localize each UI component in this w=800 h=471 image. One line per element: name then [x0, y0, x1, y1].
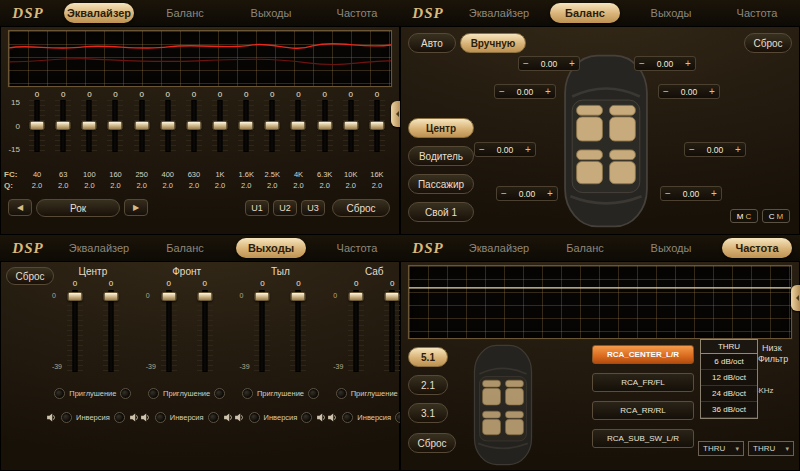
- thru-select-left[interactable]: THRU ▾: [698, 441, 744, 456]
- tab-outputs[interactable]: Выходы: [636, 238, 706, 258]
- slope-selected[interactable]: THRU: [700, 339, 758, 354]
- output-slider-handle[interactable]: [349, 292, 364, 301]
- band-slider[interactable]: [290, 100, 306, 152]
- band-slider-handle[interactable]: [56, 121, 71, 130]
- output-slider-right[interactable]: [197, 290, 213, 372]
- band-slider-handle[interactable]: [239, 121, 254, 130]
- plus-button[interactable]: +: [541, 85, 555, 98]
- band-slider[interactable]: [29, 100, 45, 152]
- band-slider[interactable]: [107, 100, 123, 152]
- plus-button[interactable]: +: [565, 57, 579, 70]
- minus-button[interactable]: −: [475, 143, 489, 156]
- invert-toggle-left[interactable]: [61, 412, 72, 423]
- mute-toggle-left[interactable]: [242, 388, 253, 399]
- mc-toggle[interactable]: M C: [730, 209, 758, 223]
- band-slider-handle[interactable]: [30, 121, 45, 130]
- manual-button[interactable]: Вручную: [460, 33, 526, 53]
- output-slider-handle[interactable]: [255, 292, 270, 301]
- slope-option[interactable]: 12 dB/oct: [701, 370, 757, 386]
- freq-reset-button[interactable]: Сброс: [408, 433, 456, 453]
- minus-button[interactable]: −: [495, 85, 509, 98]
- invert-toggle-right[interactable]: [301, 412, 312, 423]
- mute-toggle-left[interactable]: [148, 388, 159, 399]
- output-slider-right[interactable]: [290, 290, 306, 372]
- mute-toggle-left[interactable]: [336, 388, 347, 399]
- band-slider[interactable]: [238, 100, 254, 152]
- output-slider-left[interactable]: [348, 290, 364, 372]
- band-slider-handle[interactable]: [160, 121, 175, 130]
- tab-frequency[interactable]: Частота: [722, 3, 792, 23]
- tab-outputs[interactable]: Выходы: [236, 3, 306, 23]
- preset-display[interactable]: Рок: [36, 199, 120, 217]
- rca-rear-button[interactable]: RCA_RR/RL: [592, 401, 694, 420]
- auto-button[interactable]: Авто: [408, 33, 456, 53]
- band-slider-handle[interactable]: [186, 121, 201, 130]
- output-slider-handle[interactable]: [291, 292, 306, 301]
- rca-center-button[interactable]: RCA_CENTER_L/R: [592, 345, 694, 364]
- drawer-handle-icon[interactable]: [391, 101, 400, 127]
- tab-outputs[interactable]: Выходы: [236, 238, 306, 258]
- minus-button[interactable]: −: [659, 85, 673, 98]
- mode-2-1-button[interactable]: 2.1: [408, 375, 448, 395]
- plus-button[interactable]: +: [543, 187, 557, 200]
- output-slider-handle[interactable]: [67, 292, 82, 301]
- preset-next-button[interactable]: ▶: [124, 199, 148, 216]
- invert-toggle-right[interactable]: [208, 412, 219, 423]
- band-slider[interactable]: [160, 100, 176, 152]
- band-slider[interactable]: [343, 100, 359, 152]
- band-slider-handle[interactable]: [82, 121, 97, 130]
- output-slider-handle[interactable]: [161, 292, 176, 301]
- minus-button[interactable]: −: [661, 187, 675, 200]
- tab-equalizer[interactable]: Эквалайзер: [64, 238, 134, 258]
- band-slider-handle[interactable]: [213, 121, 228, 130]
- memory-u3-button[interactable]: U3: [301, 200, 325, 216]
- plus-button[interactable]: +: [681, 57, 695, 70]
- band-slider[interactable]: [317, 100, 333, 152]
- band-slider-handle[interactable]: [317, 121, 332, 130]
- outputs-reset-button[interactable]: Сброс: [6, 267, 54, 285]
- memory-u1-button[interactable]: U1: [245, 200, 269, 216]
- cm-toggle[interactable]: C M: [762, 209, 790, 223]
- mode-3-1-button[interactable]: 3.1: [408, 403, 448, 423]
- tab-equalizer[interactable]: Эквалайзер: [464, 3, 534, 23]
- band-slider-handle[interactable]: [108, 121, 123, 130]
- band-slider-handle[interactable]: [343, 121, 358, 130]
- zone-passenger-button[interactable]: Пассажир: [408, 174, 474, 194]
- tab-equalizer[interactable]: Эквалайзер: [464, 238, 534, 258]
- band-slider[interactable]: [264, 100, 280, 152]
- tab-frequency[interactable]: Частота: [322, 238, 392, 258]
- band-slider-handle[interactable]: [369, 121, 384, 130]
- band-slider[interactable]: [186, 100, 202, 152]
- tab-frequency[interactable]: Частота: [722, 238, 792, 258]
- zone-custom-button[interactable]: Свой 1: [408, 202, 474, 222]
- invert-toggle-left[interactable]: [342, 412, 353, 423]
- band-slider[interactable]: [369, 100, 385, 152]
- slope-option[interactable]: 36 dB/oct: [701, 402, 757, 418]
- output-slider-handle[interactable]: [197, 292, 212, 301]
- drawer-handle-icon[interactable]: [791, 285, 800, 311]
- minus-button[interactable]: −: [685, 143, 699, 156]
- band-slider-handle[interactable]: [134, 121, 149, 130]
- band-slider[interactable]: [134, 100, 150, 152]
- memory-u2-button[interactable]: U2: [273, 200, 297, 216]
- mode-5-1-button[interactable]: 5.1: [408, 347, 448, 367]
- balance-reset-button[interactable]: Сброс: [744, 33, 792, 53]
- mute-toggle-left[interactable]: [54, 388, 65, 399]
- minus-button[interactable]: −: [635, 57, 649, 70]
- output-slider-handle[interactable]: [385, 292, 400, 301]
- output-slider-right[interactable]: [103, 290, 119, 372]
- plus-button[interactable]: +: [521, 143, 535, 156]
- mute-toggle-right[interactable]: [214, 388, 225, 399]
- preset-prev-button[interactable]: ◀: [8, 199, 32, 216]
- tab-balance[interactable]: Баланс: [550, 238, 620, 258]
- zone-center-button[interactable]: Центр: [408, 118, 474, 138]
- plus-button[interactable]: +: [731, 143, 745, 156]
- minus-button[interactable]: −: [497, 187, 511, 200]
- band-slider-handle[interactable]: [265, 121, 280, 130]
- tab-balance[interactable]: Баланс: [150, 3, 220, 23]
- invert-toggle-right[interactable]: [114, 412, 125, 423]
- mute-toggle-right[interactable]: [120, 388, 131, 399]
- minus-button[interactable]: −: [519, 57, 533, 70]
- rca-front-button[interactable]: RCA_FR/FL: [592, 373, 694, 392]
- invert-toggle-left[interactable]: [155, 412, 166, 423]
